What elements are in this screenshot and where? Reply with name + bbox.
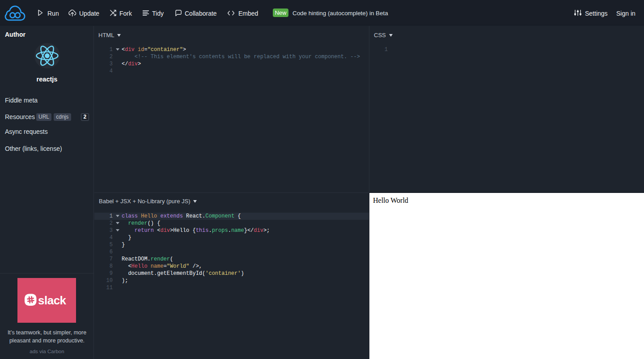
svg-text:slack: slack [38, 294, 67, 307]
